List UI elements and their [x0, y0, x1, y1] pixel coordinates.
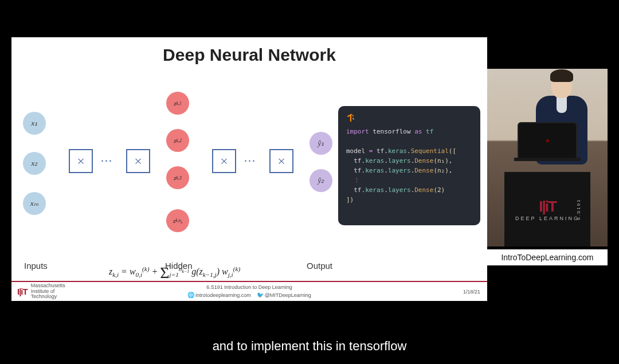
- mit-name: Massachusetts Institute of Technology: [31, 283, 65, 300]
- mit-logo-icon: I|iT: [17, 287, 28, 296]
- twitter-handle: @MITDeepLearning: [265, 292, 311, 298]
- slide-footer: I|iT Massachusetts Institute of Technolo…: [11, 281, 487, 301]
- input-node: x₂: [23, 152, 46, 175]
- course-website: introtodeeplearning.com: [195, 292, 251, 298]
- layer-equation: zk,i = w0,i(k) + Σj=1nk−1 g(zk−1,j) wj,i…: [109, 264, 304, 282]
- podium-course-code: 6.S191: [576, 198, 581, 220]
- hidden-node: zk,nk: [166, 209, 189, 232]
- lecture-slide: Deep Neural Network x₁ x₂ xₘ × ··· × zk,…: [11, 37, 487, 301]
- podium: I|iT DEEP LEARNING 6.S191: [504, 172, 590, 246]
- layer-box: ×: [126, 149, 150, 173]
- code-snippet: import tensorflow as tf model = tf.keras…: [338, 106, 480, 225]
- layer-box: ×: [212, 149, 236, 173]
- layer-box: ×: [269, 149, 293, 173]
- speaker-video-pane: ◆ I|iT DEEP LEARNING 6.S191 IntroToDeepL…: [487, 37, 608, 301]
- twitter-icon: 🐦: [257, 292, 265, 298]
- slide-date: 1/18/21: [463, 289, 480, 295]
- speaker-video: ◆ I|iT DEEP LEARNING 6.S191: [487, 69, 608, 246]
- podium-subtitle: DEEP LEARNING: [515, 216, 579, 221]
- layer-box: ×: [69, 149, 93, 173]
- ellipsis: ···: [101, 155, 113, 168]
- course-url-caption: IntroToDeepLearning.com: [487, 249, 608, 265]
- output-node: ŷ₂: [310, 169, 332, 192]
- video-subtitle: and to implement this in tensorflow: [0, 339, 619, 354]
- ellipsis: ···: [244, 155, 256, 168]
- input-node: xₘ: [23, 192, 46, 215]
- network-diagram: x₁ x₂ xₘ × ··· × zk,1 zk,2 zk,3 zk,nk × …: [17, 89, 338, 261]
- mit-logo-icon: I|iT: [539, 198, 556, 216]
- hidden-node: zk,3: [166, 166, 189, 189]
- globe-icon: 🌐: [187, 292, 195, 298]
- hidden-node: zk,1: [166, 92, 189, 115]
- tensorflow-icon: [346, 113, 356, 123]
- output-label: Output: [307, 261, 332, 271]
- output-node: ŷ₁: [310, 132, 332, 155]
- input-node: x₁: [23, 112, 46, 135]
- inputs-label: Inputs: [24, 261, 48, 271]
- hidden-node: zk,2: [166, 129, 189, 152]
- course-label: 6.S191 Introduction to Deep Learning: [187, 284, 311, 291]
- laptop-icon: ◆: [519, 123, 576, 158]
- laptop-logo-icon: ◆: [546, 138, 550, 143]
- slide-title: Deep Neural Network: [11, 37, 487, 65]
